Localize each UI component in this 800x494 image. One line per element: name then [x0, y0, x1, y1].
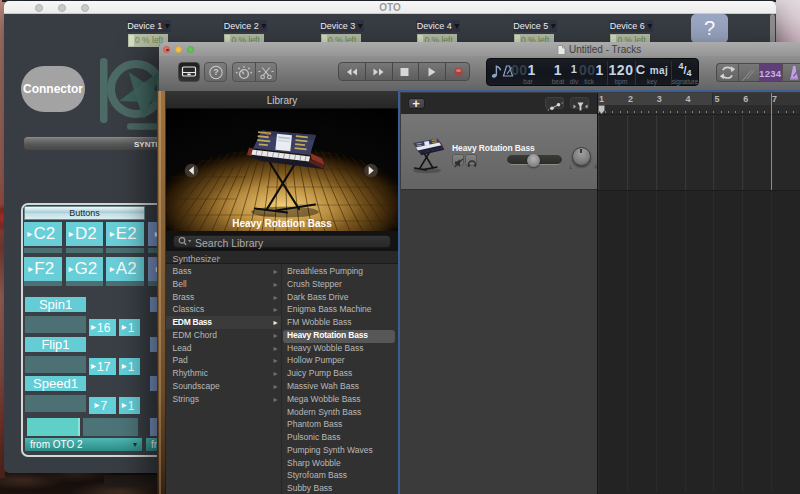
svg-text:Heavy Rotation Bass: Heavy Rotation Bass — [232, 217, 332, 228]
